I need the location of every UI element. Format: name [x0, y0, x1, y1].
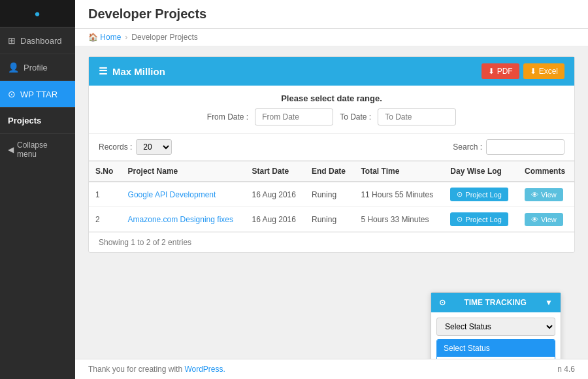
status-option-select[interactable]: Select Status [437, 340, 555, 357]
status-option-google[interactable]: Google API Development [437, 357, 555, 359]
time-tracking-chevron: ▼ [545, 298, 553, 307]
view-icon-1: 👁 [531, 216, 538, 223]
footer-text: Thank you for creating with WordPress. [88, 365, 225, 374]
home-icon: 🏠 [88, 33, 98, 42]
breadcrumb-current: Developer Projects [131, 33, 197, 42]
to-date-input[interactable] [378, 108, 456, 125]
card-header-left: ☰ Max Million [99, 65, 165, 77]
dashboard-icon: ⊞ [8, 35, 16, 46]
col-end-date: End Date [305, 161, 354, 182]
collapse-icon: ◀ [8, 145, 14, 154]
cell-project: Amazone.com Designing fixes [122, 207, 246, 232]
from-date-input[interactable] [255, 108, 333, 125]
sidebar-item-dashboard[interactable]: ⊞ Dashboard [0, 27, 75, 54]
view-button-1[interactable]: 👁 View [525, 213, 563, 226]
page-footer: Thank you for creating with WordPress. n… [75, 359, 588, 379]
sidebar-collapse-menu[interactable]: ◀ Collapse menu [0, 134, 75, 165]
search-group: Search : [453, 139, 564, 155]
cell-start: 16 Aug 2016 [246, 182, 306, 207]
col-sno: S.No [89, 161, 122, 182]
card-header: ☰ Max Million ⬇ PDF ⬇ Excel [89, 57, 574, 86]
view-button-0[interactable]: 👁 View [525, 188, 563, 201]
excel-icon: ⬇ [530, 67, 536, 76]
table-footer: Showing 1 to 2 of 2 entries [89, 232, 574, 252]
table-row: 1 Google API Development 16 Aug 2016 Run… [89, 182, 574, 207]
col-start-date: Start Date [246, 161, 306, 182]
footer-text-before: Thank you for creating with [88, 365, 184, 374]
records-select-group: Records : 20 50 100 [99, 139, 172, 155]
pdf-button[interactable]: ⬇ PDF [482, 63, 519, 79]
sidebar-item-wp-ttar[interactable]: ⊙ WP TTAR [0, 81, 75, 108]
cell-total-time: 5 Hours 33 Minutes [354, 207, 444, 232]
status-select[interactable]: Select StatusGoogle API DevelopmentAmazo… [436, 318, 555, 336]
footer-wordpress-link[interactable]: WordPress. [184, 365, 225, 374]
breadcrumb-home[interactable]: Home [100, 33, 121, 42]
time-tracking-body: Select StatusGoogle API DevelopmentAmazo… [431, 312, 561, 359]
col-project-name: Project Name [122, 161, 246, 182]
breadcrumb-separator: › [125, 33, 127, 42]
cell-log: ⊙ Project Log [444, 182, 518, 207]
cell-view: 👁 View [518, 207, 574, 232]
to-date-label: To Date : [340, 112, 371, 122]
project-log-button-0[interactable]: ⊙ Project Log [450, 188, 508, 201]
from-date-label: From Date : [207, 112, 248, 122]
search-input[interactable] [486, 139, 564, 155]
sidebar-item-projects[interactable]: Projects [0, 108, 75, 134]
table-head: S.No Project Name Start Date End Date To… [89, 161, 574, 182]
main-content: Developer Projects 🏠 Home › Developer Pr… [75, 0, 588, 379]
project-link-0[interactable]: Google API Development [128, 190, 216, 199]
records-select[interactable]: 20 50 100 [136, 139, 172, 155]
projects-table: S.No Project Name Start Date End Date To… [89, 161, 574, 232]
projects-card: ☰ Max Million ⬇ PDF ⬇ Excel Please selec… [88, 56, 575, 253]
card-header-actions: ⬇ PDF ⬇ Excel [482, 63, 564, 79]
excel-button[interactable]: ⬇ Excel [523, 63, 564, 79]
table-showing-text: Showing 1 to 2 of 2 entries [99, 238, 191, 247]
footer-version: n 4.6 [557, 365, 575, 374]
col-day-wise-log: Day Wise Log [444, 161, 518, 182]
date-range-section: Please select date range. From Date : To… [89, 86, 574, 134]
date-inputs: From Date : To Date : [97, 108, 566, 125]
sidebar: ● ⊞ Dashboard 👤 Profile ⊙ WP TTAR Projec… [0, 0, 75, 379]
cell-view: 👁 View [518, 182, 574, 207]
search-label: Search : [453, 142, 482, 152]
cell-log: ⊙ Project Log [444, 207, 518, 232]
view-icon-0: 👁 [531, 191, 538, 199]
date-range-label: Please select date range. [97, 93, 566, 103]
records-label: Records : [99, 142, 132, 152]
time-tracking-overlay: ⊙ TIME TRACKING ▼ Select StatusGoogle AP… [431, 292, 561, 359]
sidebar-logo: ● [0, 0, 75, 27]
time-tracking-title: TIME TRACKING [464, 298, 526, 307]
cell-sno: 1 [89, 182, 122, 207]
project-log-button-1[interactable]: ⊙ Project Log [450, 212, 508, 226]
table-header-row: S.No Project Name Start Date End Date To… [89, 161, 574, 182]
time-tracking-header: ⊙ TIME TRACKING ▼ [431, 293, 561, 312]
cell-end: Runing [305, 207, 354, 232]
sidebar-item-profile[interactable]: 👤 Profile [0, 54, 75, 81]
log-icon-0: ⊙ [457, 190, 463, 199]
card-header-icon: ☰ [99, 65, 107, 77]
time-tracking-icon: ⊙ [439, 298, 446, 307]
log-icon-1: ⊙ [457, 215, 463, 223]
profile-icon: 👤 [8, 62, 19, 73]
page-title: Developer Projects [88, 7, 206, 22]
topbar: Developer Projects [75, 0, 588, 29]
project-link-1[interactable]: Amazone.com Designing fixes [128, 215, 233, 224]
card-header-title: Max Million [112, 66, 165, 77]
cell-sno: 2 [89, 207, 122, 232]
table-row: 2 Amazone.com Designing fixes 16 Aug 201… [89, 207, 574, 232]
cell-total-time: 11 Hours 55 Minutes [354, 182, 444, 207]
status-dropdown: Select Status Google API Development Ama… [436, 339, 555, 359]
cell-project: Google API Development [122, 182, 246, 207]
col-comments: Comments [518, 161, 574, 182]
pdf-icon: ⬇ [488, 67, 495, 76]
content-area: ☰ Max Million ⬇ PDF ⬇ Excel Please selec… [75, 46, 588, 359]
cell-start: 16 Aug 2016 [246, 207, 306, 232]
cell-end: Runing [305, 182, 354, 207]
col-total-time: Total Time [354, 161, 444, 182]
breadcrumb: 🏠 Home › Developer Projects [75, 29, 588, 46]
controls-row: Records : 20 50 100 Search : [89, 134, 574, 161]
wp-ttar-icon: ⊙ [8, 89, 16, 99]
table-body: 1 Google API Development 16 Aug 2016 Run… [89, 182, 574, 232]
